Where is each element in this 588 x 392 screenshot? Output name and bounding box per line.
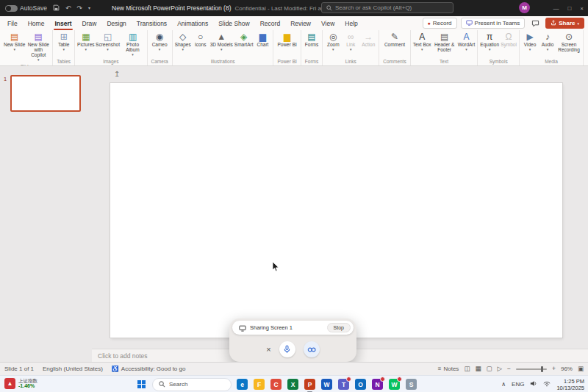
menu-tab-help[interactable]: Help	[340, 16, 362, 30]
zoom-button[interactable]: ◎Zoom▾	[324, 31, 342, 52]
ribbon-group-forms: ▤FormsForms	[301, 30, 323, 65]
zoom-level[interactable]: 96%	[561, 366, 573, 372]
taskbar-app-chrome[interactable]: C	[269, 377, 283, 391]
taskbar-app-file-explorer[interactable]: F	[252, 377, 266, 391]
maximize-button[interactable]: □	[567, 5, 571, 12]
quick-access-more-button[interactable]: ▾	[88, 6, 90, 10]
close-sharing-button[interactable]: ×	[266, 346, 270, 354]
menu-tab-view[interactable]: View	[316, 16, 340, 30]
widgets-button[interactable]: ▲ 上证指数 -1.46%	[4, 378, 37, 390]
header-footer-label: Header & Footer	[433, 42, 456, 52]
avatar[interactable]: M	[519, 2, 530, 13]
start-button[interactable]	[135, 377, 148, 391]
taskbar-app-onenote[interactable]: N	[370, 377, 384, 391]
screen-recording-button[interactable]: ⊙Screen Recording	[556, 31, 581, 52]
taskbar-app-wechat[interactable]: W	[387, 377, 401, 391]
video-button[interactable]: ▶Video▾	[521, 31, 539, 52]
reading-view-button[interactable]: ▢	[486, 366, 492, 372]
minimize-button[interactable]: —	[553, 5, 559, 12]
microphone-button[interactable]	[279, 341, 295, 357]
share-button[interactable]: Share ▾	[545, 18, 584, 29]
tray-chevron-icon[interactable]: ∧	[501, 381, 506, 388]
camera-button[interactable]	[304, 341, 320, 357]
notes-toggle[interactable]: ≡ Notes	[438, 366, 459, 372]
wordart-button[interactable]: AWordArt▾	[457, 31, 476, 52]
text-box-icon: A	[419, 32, 425, 42]
autosave-toggle[interactable]: AutoSave	[5, 4, 47, 12]
chevron-down-icon: ▾	[182, 48, 184, 52]
zoom-slider[interactable]	[516, 368, 547, 370]
shapes-label: Shapes	[175, 42, 191, 47]
menu-tab-transitions[interactable]: Transitions	[132, 16, 172, 30]
copilot-search-box[interactable]	[321, 2, 453, 13]
link-button: ∞Link▾	[342, 31, 359, 52]
menu-tab-home[interactable]: Home	[23, 16, 50, 30]
chart-button[interactable]: ▆Chart	[254, 31, 271, 47]
slide-sorter-button[interactable]: ▦	[475, 366, 481, 372]
windows-taskbar: ▲ 上证指数 -1.46% Search eFCXPWTONWS ∧ ENG	[0, 375, 588, 392]
save-button[interactable]	[53, 4, 60, 13]
cameo-button[interactable]: ◉Cameo▾	[151, 31, 168, 52]
3d-models-button[interactable]: ▲3D Models▾	[209, 31, 234, 52]
table-button[interactable]: ⊞Table▾	[55, 31, 73, 52]
taskbar-app-powerpoint[interactable]: P	[303, 377, 317, 391]
smartart-button[interactable]: ◈SmartArt	[234, 31, 254, 47]
undo-button[interactable]: ↶	[65, 5, 71, 12]
input-language-indicator[interactable]: ENG	[512, 381, 524, 388]
network-icon[interactable]	[543, 381, 551, 388]
slideshow-button[interactable]: ▷	[497, 366, 502, 372]
zoom-in-button[interactable]: +	[552, 366, 556, 372]
menu-tab-file[interactable]: File	[2, 16, 23, 30]
taskbar-app-excel[interactable]: X	[286, 377, 300, 391]
close-button[interactable]: ×	[580, 5, 584, 12]
new-slide-button[interactable]: ▤New Slide▾	[3, 31, 26, 52]
menu-tab-insert[interactable]: Insert	[49, 16, 76, 30]
language-selector[interactable]: English (United States)	[43, 366, 103, 372]
taskbar-search[interactable]: Search	[152, 378, 232, 391]
audio-button[interactable]: ♪Audio▾	[539, 31, 556, 52]
shapes-button[interactable]: ◇Shapes▾	[174, 31, 192, 52]
menu-tab-review[interactable]: Review	[285, 16, 316, 30]
taskbar-app-word[interactable]: W	[320, 377, 334, 391]
search-input[interactable]	[335, 4, 448, 11]
chevron-down-icon: ▾	[332, 48, 334, 52]
slide-thumbnail[interactable]	[10, 75, 81, 112]
icons-button[interactable]: ○Icons	[192, 31, 209, 47]
fit-slide-to-window-button[interactable]: ▣	[578, 366, 584, 372]
wordart-icon: A	[463, 32, 469, 42]
redo-button[interactable]: ↷	[76, 5, 82, 12]
canvas-tool-icon[interactable]: ↥	[114, 70, 120, 78]
slide-editing-surface[interactable]	[110, 83, 562, 338]
clock[interactable]: 1:25 PM 10/13/2025	[556, 378, 584, 391]
equation-button[interactable]: πEquation▾	[479, 31, 500, 52]
accessibility-status[interactable]: ♿ Accessibility: Good to go	[112, 366, 186, 372]
record-button[interactable]: ● Record	[423, 18, 457, 29]
stop-sharing-button[interactable]: Stop	[327, 323, 351, 332]
menu-tab-animations[interactable]: Animations	[172, 16, 213, 30]
power-bi-button[interactable]: ▆Power BI	[276, 31, 297, 47]
taskbar-app-settings[interactable]: S	[404, 377, 418, 391]
taskbar-app-edge[interactable]: e	[235, 377, 249, 391]
header-footer-button[interactable]: ▤Header & Footer	[432, 31, 457, 52]
volume-icon[interactable]	[530, 380, 537, 388]
menu-tab-design[interactable]: Design	[101, 16, 131, 30]
ribbon-group-label: Tables	[54, 57, 73, 65]
zoom-out-button[interactable]: −	[507, 366, 511, 372]
photo-album-button[interactable]: ▥Photo Album▾	[121, 31, 146, 57]
comments-button[interactable]	[528, 18, 542, 29]
comment-button[interactable]: ✎Comment	[384, 31, 406, 47]
menu-tab-slide-show[interactable]: Slide Show	[213, 16, 255, 30]
taskbar-app-teams[interactable]: T	[337, 377, 351, 391]
present-in-teams-button[interactable]: Present in Teams	[461, 18, 526, 29]
ribbon-group-label: Images	[76, 57, 145, 65]
screenshot-button[interactable]: ◱Screenshot▾	[96, 31, 121, 52]
menu-tab-record[interactable]: Record	[255, 16, 285, 30]
text-box-button[interactable]: AText Box▾	[412, 31, 432, 52]
taskbar-app-outlook[interactable]: O	[354, 377, 368, 391]
pictures-button[interactable]: ▦Pictures▾	[76, 31, 95, 52]
normal-view-button[interactable]: ◫	[464, 366, 470, 372]
zoom-slider-thumb[interactable]	[541, 366, 543, 372]
forms-button[interactable]: ▤Forms	[303, 31, 320, 47]
menu-tab-draw[interactable]: Draw	[77, 16, 102, 30]
new-slide-with-copilot-button[interactable]: ▤New Slide with Copilot▾	[26, 31, 51, 63]
